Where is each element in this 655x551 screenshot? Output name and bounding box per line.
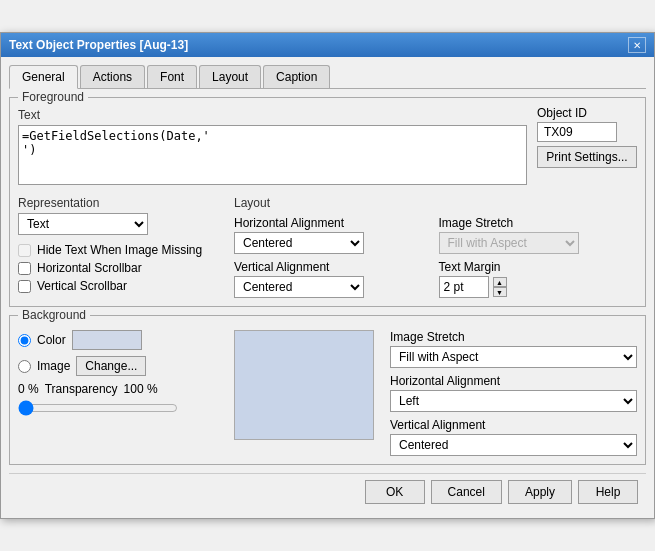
transparency-right: 100 % — [124, 382, 158, 396]
text-margin-down[interactable]: ▼ — [493, 287, 507, 297]
layout-panel: Layout Horizontal Alignment Left Centere… — [234, 196, 637, 298]
help-button[interactable]: Help — [578, 480, 638, 504]
title-bar-controls: ✕ — [628, 37, 646, 53]
h-align-label: Horizontal Alignment — [234, 216, 433, 230]
v-align-col: Vertical Alignment Top Centered Bottom — [234, 260, 433, 298]
layout-grid: Horizontal Alignment Left Centered Right… — [234, 216, 637, 298]
background-section: Background Color Image Change... — [9, 315, 646, 465]
foreground-section: Foreground Object ID TX09 Print Settings… — [9, 97, 646, 307]
text-margin-col: Text Margin ▲ ▼ — [439, 260, 638, 298]
transparency-left: 0 % — [18, 382, 39, 396]
tab-font[interactable]: Font — [147, 65, 197, 88]
image-radio[interactable] — [18, 360, 31, 373]
bg-right-panel: Image Stretch Fill with Aspect Stretch K… — [390, 330, 637, 456]
window-title: Text Object Properties [Aug-13] — [9, 38, 188, 52]
footer: OK Cancel Apply Help — [9, 473, 646, 510]
image-radio-row: Image Change... — [18, 356, 218, 376]
hide-text-label: Hide Text When Image Missing — [37, 243, 202, 257]
vertical-scrollbar-row: Vertical Scrollbar — [18, 279, 218, 293]
text-area-wrapper — [18, 125, 527, 188]
color-label: Color — [37, 333, 66, 347]
image-label: Image — [37, 359, 70, 373]
v-align-label: Vertical Alignment — [234, 260, 433, 274]
transparency-row: 0 % Transparency 100 % — [18, 382, 218, 396]
change-button[interactable]: Change... — [76, 356, 146, 376]
h-align-col: Horizontal Alignment Left Centered Right — [234, 216, 433, 254]
lower-foreground-row: Representation Text Image Hide Text When… — [18, 196, 637, 298]
background-section-label: Background — [18, 308, 90, 322]
print-settings-button[interactable]: Print Settings... — [537, 146, 637, 168]
transparency-slider-container — [18, 400, 218, 419]
foreground-label: Foreground — [18, 90, 88, 104]
tab-actions[interactable]: Actions — [80, 65, 145, 88]
vertical-scrollbar-checkbox[interactable] — [18, 280, 31, 293]
object-id-value[interactable]: TX09 — [537, 122, 617, 142]
bg-v-align-label: Vertical Alignment — [390, 418, 637, 432]
dialog-content: General Actions Font Layout Caption Fore… — [1, 57, 654, 518]
color-radio[interactable] — [18, 334, 31, 347]
tab-bar: General Actions Font Layout Caption — [9, 65, 646, 89]
bg-image-stretch-select[interactable]: Fill with Aspect Stretch Keep Aspect — [390, 346, 637, 368]
bg-h-align-select[interactable]: Left Centered Right — [390, 390, 637, 412]
text-margin-row: ▲ ▼ — [439, 276, 638, 298]
representation-label: Representation — [18, 196, 218, 210]
h-align-select[interactable]: Left Centered Right — [234, 232, 364, 254]
tab-general[interactable]: General — [9, 65, 78, 89]
ok-button[interactable]: OK — [365, 480, 425, 504]
representation-panel: Representation Text Image Hide Text When… — [18, 196, 218, 298]
cancel-button[interactable]: Cancel — [431, 480, 502, 504]
horizontal-scrollbar-label: Horizontal Scrollbar — [37, 261, 142, 275]
color-radio-row: Color — [18, 330, 218, 350]
close-button[interactable]: ✕ — [628, 37, 646, 53]
bg-left-panel: Color Image Change... 0 % Transparency 1… — [18, 330, 218, 456]
background-content: Color Image Change... 0 % Transparency 1… — [18, 330, 637, 456]
text-input[interactable] — [18, 125, 527, 185]
color-swatch[interactable] — [72, 330, 142, 350]
layout-image-stretch-select[interactable]: Fill with Aspect Stretch Keep Aspect — [439, 232, 579, 254]
v-align-select[interactable]: Top Centered Bottom — [234, 276, 364, 298]
hide-text-row: Hide Text When Image Missing — [18, 243, 218, 257]
layout-title: Layout — [234, 196, 637, 210]
tab-layout[interactable]: Layout — [199, 65, 261, 88]
object-id-label: Object ID — [537, 106, 587, 120]
tab-caption[interactable]: Caption — [263, 65, 330, 88]
main-window: Text Object Properties [Aug-13] ✕ Genera… — [0, 32, 655, 519]
object-id-section: Object ID TX09 Print Settings... — [537, 106, 637, 168]
horizontal-scrollbar-row: Horizontal Scrollbar — [18, 261, 218, 275]
text-margin-input[interactable] — [439, 276, 489, 298]
bg-image-stretch-label: Image Stretch — [390, 330, 637, 344]
horizontal-scrollbar-checkbox[interactable] — [18, 262, 31, 275]
layout-image-stretch-col: Image Stretch Fill with Aspect Stretch K… — [439, 216, 638, 254]
layout-image-stretch-label: Image Stretch — [439, 216, 638, 230]
text-margin-up[interactable]: ▲ — [493, 277, 507, 287]
title-bar: Text Object Properties [Aug-13] ✕ — [1, 33, 654, 57]
bg-h-align-label: Horizontal Alignment — [390, 374, 637, 388]
text-margin-label: Text Margin — [439, 260, 638, 274]
text-margin-spinners: ▲ ▼ — [493, 277, 507, 297]
transparency-slider[interactable] — [18, 400, 178, 416]
apply-button[interactable]: Apply — [508, 480, 572, 504]
vertical-scrollbar-label: Vertical Scrollbar — [37, 279, 127, 293]
bg-preview — [234, 330, 374, 440]
transparency-label: Transparency — [45, 382, 118, 396]
hide-text-checkbox[interactable] — [18, 244, 31, 257]
representation-select[interactable]: Text Image — [18, 213, 148, 235]
text-field-label: Text — [18, 108, 527, 122]
bg-v-align-select[interactable]: Top Centered Bottom — [390, 434, 637, 456]
